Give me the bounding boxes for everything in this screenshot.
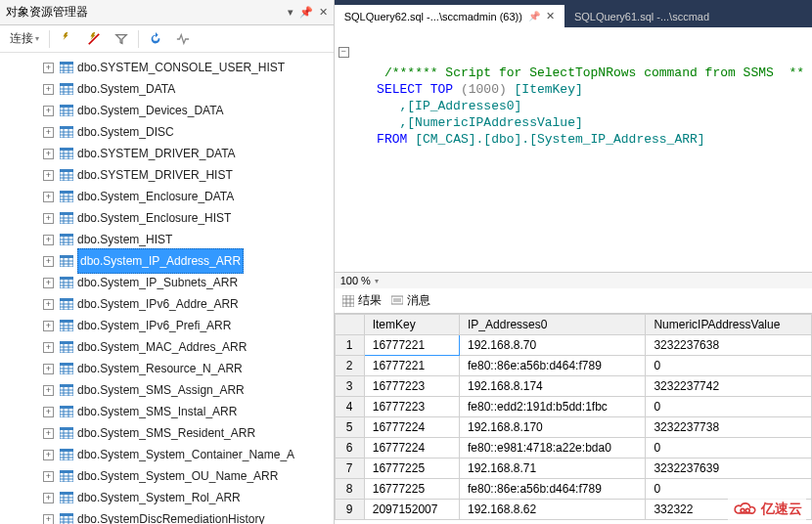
activity-button[interactable] bbox=[172, 30, 194, 48]
expand-icon[interactable]: + bbox=[43, 278, 54, 288]
tab-results[interactable]: 结果 bbox=[342, 292, 382, 309]
tree-view[interactable]: +dbo.SYSTEM_CONSOLE_USER_HIST+dbo.System… bbox=[0, 53, 334, 524]
table-cell[interactable]: 0 bbox=[646, 397, 812, 417]
close-icon[interactable]: ✕ bbox=[319, 6, 328, 19]
expand-icon[interactable]: + bbox=[43, 364, 54, 374]
table-cell[interactable]: 16777221 bbox=[364, 356, 459, 376]
tree-item[interactable]: +dbo.System_System_Container_Name_A bbox=[4, 444, 334, 465]
table-cell[interactable]: 16777224 bbox=[364, 417, 459, 438]
tree-item[interactable]: +dbo.SystemDiscRemediationHistory bbox=[4, 508, 334, 524]
expand-icon[interactable]: + bbox=[43, 493, 54, 503]
table-cell[interactable]: 4 bbox=[335, 397, 364, 417]
document-tab[interactable]: SQLQuery61.sql -...\sccmad bbox=[564, 6, 719, 27]
table-cell[interactable]: 1 bbox=[335, 335, 364, 356]
expand-icon[interactable]: + bbox=[43, 450, 54, 460]
table-cell[interactable]: 192.168.8.170 bbox=[460, 417, 646, 438]
table-cell[interactable]: 3232237639 bbox=[646, 458, 812, 479]
table-cell[interactable]: 0 bbox=[646, 438, 812, 458]
tree-item[interactable]: +dbo.System_Resource_N_ARR bbox=[4, 358, 334, 379]
table-cell[interactable]: fe80::e981:4718:a22e:bda0 bbox=[460, 438, 646, 458]
tree-item[interactable]: +dbo.System_IPv6_Addre_ARR bbox=[4, 293, 334, 315]
tree-item[interactable]: +dbo.SYSTEM_DRIVER_HIST bbox=[4, 164, 334, 186]
close-icon[interactable]: ✕ bbox=[546, 10, 555, 22]
tree-item[interactable]: +dbo.System_Enclosure_DATA bbox=[4, 186, 334, 207]
expand-icon[interactable]: + bbox=[43, 63, 54, 73]
expand-icon[interactable]: + bbox=[43, 321, 54, 331]
table-cell[interactable]: fe80::86e:a56b:d464:f789 bbox=[460, 479, 646, 500]
expand-icon[interactable]: + bbox=[43, 84, 54, 95]
expand-icon[interactable]: + bbox=[43, 428, 54, 439]
table-cell[interactable]: 5 bbox=[335, 417, 364, 438]
table-cell[interactable]: 3232237638 bbox=[646, 335, 812, 356]
tree-item[interactable]: +dbo.System_Enclosure_HIST bbox=[4, 207, 334, 229]
expand-icon[interactable]: + bbox=[43, 106, 54, 116]
results-grid[interactable]: ItemKeyIP_Addresses0NumericIPAddressValu… bbox=[335, 314, 812, 524]
tree-item[interactable]: +dbo.System_SMS_Resident_ARR bbox=[4, 422, 334, 444]
table-cell[interactable]: 3 bbox=[335, 376, 364, 397]
table-cell[interactable]: 2097152007 bbox=[364, 500, 459, 520]
expand-icon[interactable]: + bbox=[43, 385, 54, 396]
tree-item[interactable]: +dbo.System_IP_Subnets_ARR bbox=[4, 272, 334, 293]
table-cell[interactable]: 192.168.8.70 bbox=[460, 335, 646, 356]
tree-item[interactable]: +dbo.System_SMS_Assign_ARR bbox=[4, 379, 334, 401]
table-cell[interactable]: 192.168.8.174 bbox=[460, 376, 646, 397]
table-cell[interactable]: 0 bbox=[646, 479, 812, 500]
chevron-down-icon[interactable]: ▾ bbox=[375, 277, 379, 285]
expand-icon[interactable]: + bbox=[43, 213, 54, 224]
table-cell[interactable]: 192.168.8.62 bbox=[460, 500, 646, 520]
tree-item[interactable]: +dbo.System_System_OU_Name_ARR bbox=[4, 465, 334, 487]
tree-item[interactable]: +dbo.System_IPv6_Prefi_ARR bbox=[4, 315, 334, 336]
sql-editor[interactable]: − /****** Script for SelectTopNRows comm… bbox=[335, 27, 812, 272]
tree-item[interactable]: +dbo.System_SMS_Instal_ARR bbox=[4, 401, 334, 422]
outline-collapse-icon[interactable]: − bbox=[338, 47, 349, 58]
tree-item[interactable]: +dbo.System_DATA bbox=[4, 78, 334, 100]
table-row[interactable]: 316777223192.168.8.1743232237742 bbox=[335, 376, 811, 397]
expand-icon[interactable]: + bbox=[43, 149, 54, 159]
table-row[interactable]: 116777221192.168.8.703232237638 bbox=[335, 335, 811, 356]
table-cell[interactable]: 0 bbox=[646, 356, 812, 376]
table-cell[interactable]: 16777225 bbox=[364, 458, 459, 479]
zoom-level[interactable]: 100 % bbox=[340, 275, 371, 286]
table-cell[interactable]: 16777221 bbox=[364, 335, 459, 356]
column-header[interactable]: IP_Addresses0 bbox=[460, 315, 646, 335]
expand-icon[interactable]: + bbox=[43, 471, 54, 482]
table-row[interactable]: 816777225fe80::86e:a56b:d464:f7890 bbox=[335, 479, 811, 500]
tree-item[interactable]: +dbo.System_Devices_DATA bbox=[4, 100, 334, 121]
table-cell[interactable]: 16777223 bbox=[364, 397, 459, 417]
table-cell[interactable]: 16777224 bbox=[364, 438, 459, 458]
refresh-button[interactable] bbox=[145, 30, 166, 48]
table-cell[interactable]: 16777223 bbox=[364, 376, 459, 397]
table-row[interactable]: 216777221fe80::86e:a56b:d464:f7890 bbox=[335, 356, 811, 376]
table-cell[interactable]: 3232237738 bbox=[646, 417, 812, 438]
expand-icon[interactable]: + bbox=[43, 342, 54, 353]
table-cell[interactable]: 2 bbox=[335, 356, 364, 376]
expand-icon[interactable]: + bbox=[43, 127, 54, 138]
table-cell[interactable]: 16777225 bbox=[364, 479, 459, 500]
tab-messages[interactable]: 消息 bbox=[391, 292, 430, 309]
tree-item[interactable]: +dbo.SYSTEM_DRIVER_DATA bbox=[4, 143, 334, 164]
tree-item[interactable]: +dbo.System_System_Rol_ARR bbox=[4, 487, 334, 508]
expand-icon[interactable]: + bbox=[43, 514, 54, 525]
expand-icon[interactable]: + bbox=[43, 192, 54, 202]
table-row[interactable]: 616777224fe80::e981:4718:a22e:bda00 bbox=[335, 438, 811, 458]
expand-icon[interactable]: + bbox=[43, 299, 54, 310]
tree-item[interactable]: +dbo.System_DISC bbox=[4, 121, 334, 143]
connect-button[interactable]: 连接 ▾ bbox=[6, 28, 43, 49]
table-cell[interactable]: 9 bbox=[335, 500, 364, 520]
table-row[interactable]: 716777225192.168.8.713232237639 bbox=[335, 458, 811, 479]
table-cell[interactable]: fe80::86e:a56b:d464:f789 bbox=[460, 356, 646, 376]
dropdown-arrow-icon[interactable]: ▾ bbox=[288, 6, 293, 19]
pin-icon[interactable]: 📌 bbox=[299, 6, 313, 19]
filter-button[interactable] bbox=[111, 30, 132, 48]
expand-icon[interactable]: + bbox=[43, 235, 54, 245]
tree-item[interactable]: +dbo.System_MAC_Addres_ARR bbox=[4, 336, 334, 358]
document-tab[interactable]: SQLQuery62.sql -...\sccmadmin (63))📌✕ bbox=[335, 5, 564, 27]
expand-icon[interactable]: + bbox=[43, 170, 54, 181]
tree-item[interactable]: +dbo.SYSTEM_CONSOLE_USER_HIST bbox=[4, 57, 334, 78]
table-row[interactable]: 516777224192.168.8.1703232237738 bbox=[335, 417, 811, 438]
table-cell[interactable]: 3232237742 bbox=[646, 376, 812, 397]
table-cell[interactable]: 8 bbox=[335, 479, 364, 500]
tree-item[interactable]: +dbo.System_IP_Address_ARR bbox=[4, 250, 334, 272]
column-header[interactable]: ItemKey bbox=[364, 315, 459, 335]
expand-icon[interactable]: + bbox=[43, 256, 54, 267]
